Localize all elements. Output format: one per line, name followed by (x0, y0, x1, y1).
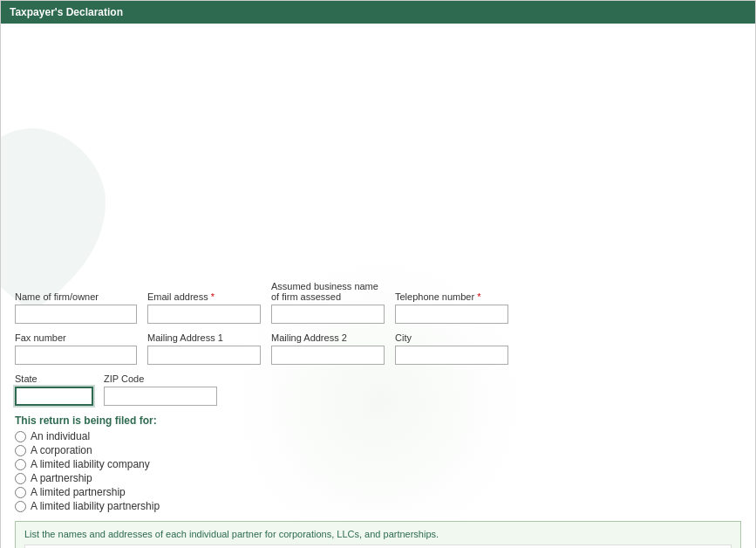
radio-options-list: An individualA corporationA limited liab… (15, 430, 741, 512)
radio-item-3: A partnership (15, 472, 741, 484)
state-group: State (15, 373, 93, 406)
radio-label-3: A partnership (31, 472, 92, 484)
partners-box: List the names and addresses of each ind… (15, 521, 741, 548)
partners-header: List the names and addresses of each ind… (24, 529, 732, 539)
fax-label: Fax number (15, 332, 137, 343)
email-input[interactable] (147, 305, 261, 324)
mailing2-label: Mailing Address 2 (271, 332, 385, 343)
city-label: City (395, 332, 508, 343)
radio-label-5: A limited liability partnership (31, 500, 160, 512)
city-input[interactable] (395, 346, 508, 365)
assumed-input[interactable] (271, 305, 385, 324)
zip-input[interactable] (104, 387, 217, 406)
assumed-group: Assumed business name of firm assessed (271, 281, 385, 324)
row-state-zip: State ZIP Code (15, 373, 741, 406)
state-input[interactable] (15, 387, 93, 406)
mailing2-group: Mailing Address 2 (271, 332, 385, 365)
radio-label-4: A limited partnership (31, 486, 126, 498)
mailing1-group: Mailing Address 1 (147, 332, 261, 365)
radio-label-2: A limited liability company (31, 458, 150, 470)
radio-item-1: A corporation (15, 444, 741, 456)
radio-0[interactable] (15, 431, 26, 442)
name-firm-input[interactable] (15, 305, 137, 324)
telephone-label: Telephone number * (395, 291, 508, 302)
radio-item-5: A limited liability partnership (15, 500, 741, 512)
fax-input[interactable] (15, 346, 137, 365)
filing-for-section: This return is being filed for: An indiv… (15, 414, 741, 512)
name-firm-group: Name of firm/owner (15, 291, 137, 324)
name-firm-label: Name of firm/owner (15, 291, 137, 302)
radio-item-0: An individual (15, 430, 741, 442)
assumed-label: Assumed business name of firm assessed (271, 281, 385, 302)
no-partners-text: There are no partners listed. (24, 545, 732, 548)
filing-for-title: This return is being filed for: (15, 414, 741, 427)
radio-item-2: A limited liability company (15, 458, 741, 470)
zip-group: ZIP Code (104, 373, 217, 406)
telephone-input[interactable] (395, 305, 508, 324)
row-fax-mail-city: Fax number Mailing Address 1 Mailing Add… (15, 332, 741, 365)
radio-label-0: An individual (31, 430, 90, 442)
radio-3[interactable] (15, 473, 26, 484)
mailing1-label: Mailing Address 1 (147, 332, 261, 343)
svg-point-0 (1, 177, 75, 263)
city-group: City (395, 332, 508, 365)
radio-4[interactable] (15, 487, 26, 498)
mailing2-input[interactable] (271, 346, 385, 365)
panel-title: Taxpayer's Declaration (10, 6, 123, 18)
radio-item-4: A limited partnership (15, 486, 741, 498)
email-label: Email address * (147, 291, 261, 302)
mailing1-input[interactable] (147, 346, 261, 365)
state-label: State (15, 373, 93, 384)
zip-label: ZIP Code (104, 373, 217, 384)
email-group: Email address * (147, 291, 261, 324)
panel-header: Taxpayer's Declaration (1, 1, 755, 24)
radio-1[interactable] (15, 445, 26, 456)
fax-group: Fax number (15, 332, 137, 365)
radio-2[interactable] (15, 459, 26, 470)
row-name-email-assumed-telephone: Name of firm/owner Email address * Assum… (15, 281, 741, 324)
radio-label-1: A corporation (31, 444, 92, 456)
telephone-group: Telephone number * (395, 291, 508, 324)
radio-5[interactable] (15, 501, 26, 512)
